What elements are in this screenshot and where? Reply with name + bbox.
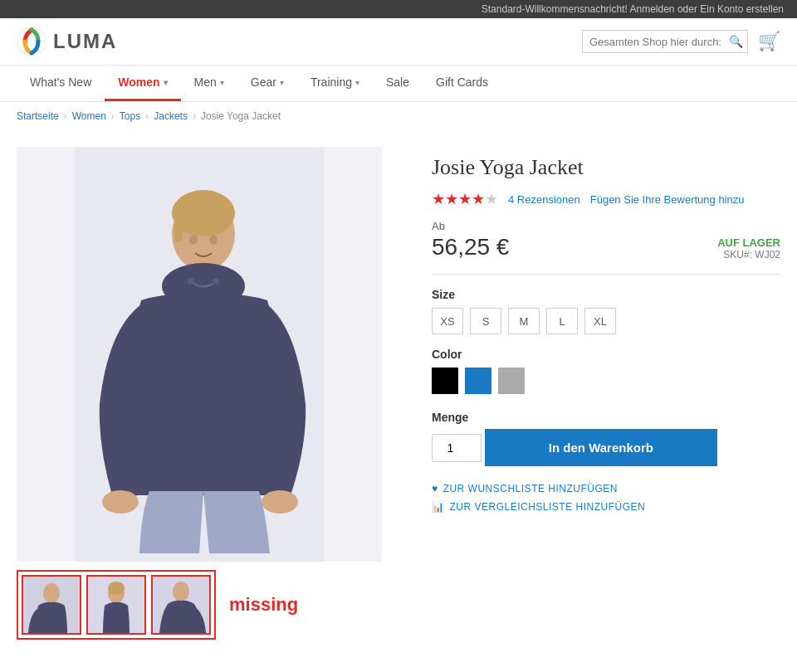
svg-point-10 bbox=[189, 235, 198, 245]
wishlist-label: ZUR WUNSCHLISTE HINZUFÜGEN bbox=[443, 483, 618, 494]
nav-sale[interactable]: Sale bbox=[373, 66, 423, 101]
thumbnail-2[interactable] bbox=[86, 575, 146, 635]
breadcrumb-home[interactable]: Startseite bbox=[17, 110, 59, 122]
size-m[interactable]: M bbox=[508, 308, 540, 334]
compare-label: ZUR VERGLEICHSLISTE HINZUFÜGEN bbox=[450, 501, 646, 513]
svg-point-8 bbox=[102, 490, 139, 514]
svg-point-9 bbox=[262, 490, 298, 514]
stock-info: AUF LAGER SKU#: WJ02 bbox=[717, 236, 780, 261]
svg-point-20 bbox=[173, 582, 189, 601]
chevron-down-icon: ▾ bbox=[220, 78, 224, 87]
thumbnail-3[interactable] bbox=[151, 575, 211, 635]
star-1: ★ bbox=[432, 190, 445, 208]
nav-gift-cards[interactable]: Gift Cards bbox=[423, 66, 501, 101]
search-icon[interactable]: 🔍 bbox=[729, 35, 743, 48]
product-images: missing bbox=[17, 147, 398, 640]
breadcrumb-jackets[interactable]: Jackets bbox=[154, 110, 188, 122]
quantity-input[interactable] bbox=[432, 434, 482, 462]
logo-icon bbox=[17, 27, 46, 56]
chevron-down-icon: ▾ bbox=[355, 78, 359, 87]
sku-label: SKU#: bbox=[723, 249, 752, 261]
add-to-compare-link[interactable]: 📊 ZUR VERGLEICHSLISTE HINZUFÜGEN bbox=[432, 501, 780, 513]
add-to-cart-button[interactable]: In den Warenkorb bbox=[485, 429, 717, 466]
product-image-svg bbox=[75, 147, 324, 562]
add-to-wishlist-link[interactable]: ♥ ZUR WUNSCHLISTE HINZUFÜGEN bbox=[432, 483, 780, 494]
breadcrumb-tops[interactable]: Tops bbox=[120, 110, 140, 122]
svg-point-12 bbox=[188, 278, 194, 285]
star-rating: ★ ★ ★ ★ ★ bbox=[432, 190, 498, 208]
size-xs[interactable]: XS bbox=[432, 308, 463, 334]
extra-actions: ♥ ZUR WUNSCHLISTE HINZUFÜGEN 📊 ZUR VERGL… bbox=[432, 483, 780, 513]
color-label: Color bbox=[432, 348, 780, 361]
product-title: Josie Yoga Jacket bbox=[432, 155, 780, 180]
product-price: 56,25 € bbox=[432, 234, 509, 261]
compare-icon: 📊 bbox=[432, 501, 445, 513]
nav-training[interactable]: Training ▾ bbox=[297, 66, 373, 101]
logo-text: LUMA bbox=[53, 30, 117, 53]
svg-point-15 bbox=[43, 583, 60, 603]
size-xl[interactable]: XL bbox=[584, 308, 616, 334]
in-stock-badge: AUF LAGER bbox=[717, 236, 780, 249]
size-options: XS S M L XL bbox=[432, 308, 780, 334]
chevron-down-icon: ▾ bbox=[280, 78, 284, 87]
breadcrumb-sep: › bbox=[111, 110, 115, 122]
price-section: Ab 56,25 € bbox=[432, 220, 509, 261]
nav-men[interactable]: Men ▾ bbox=[181, 66, 237, 101]
svg-rect-5 bbox=[214, 209, 222, 234]
color-blue[interactable] bbox=[465, 368, 491, 394]
nav-whats-new[interactable]: What's New bbox=[17, 66, 105, 101]
create-account-link[interactable]: Ein Konto erstellen bbox=[700, 3, 784, 15]
search-input[interactable] bbox=[589, 36, 729, 48]
divider bbox=[432, 274, 780, 275]
size-s[interactable]: S bbox=[470, 308, 501, 334]
size-label: Size bbox=[432, 288, 780, 301]
star-2: ★ bbox=[445, 190, 458, 208]
missing-label: missing bbox=[229, 594, 298, 616]
nav-women[interactable]: Women ▾ bbox=[105, 66, 180, 101]
star-4: ★ bbox=[472, 190, 485, 208]
price-row: Ab 56,25 € AUF LAGER SKU#: WJ02 bbox=[432, 220, 780, 261]
price-label: Ab bbox=[432, 220, 509, 232]
sku-value: WJ02 bbox=[755, 249, 780, 261]
product-info: Josie Yoga Jacket ★ ★ ★ ★ ★ 4 Rezensione… bbox=[432, 147, 780, 640]
login-link[interactable]: Anmelden bbox=[630, 3, 675, 15]
or-text: oder bbox=[677, 3, 697, 15]
color-gray[interactable] bbox=[498, 368, 525, 394]
heart-icon: ♥ bbox=[432, 483, 438, 494]
rating-row: ★ ★ ★ ★ ★ 4 Rezensionen Fügen Sie Ihre B… bbox=[432, 190, 780, 208]
size-l[interactable]: L bbox=[546, 308, 578, 334]
search-box[interactable]: 🔍 bbox=[582, 30, 748, 53]
breadcrumb-sep: › bbox=[193, 110, 196, 122]
top-bar: Standard-Willkommensnachricht! Anmelden … bbox=[0, 0, 797, 18]
breadcrumb-current: Josie Yoga Jacket bbox=[201, 110, 281, 122]
welcome-message: Standard-Willkommensnachricht! bbox=[482, 3, 628, 15]
svg-point-11 bbox=[209, 235, 218, 245]
breadcrumb-sep: › bbox=[64, 110, 67, 122]
thumbnail-1[interactable] bbox=[22, 575, 81, 635]
breadcrumb-women[interactable]: Women bbox=[72, 110, 106, 122]
add-review-link[interactable]: Fügen Sie Ihre Bewertung hinzu bbox=[590, 193, 745, 206]
cart-icon[interactable]: 🛒 bbox=[758, 31, 780, 52]
menge-label: Menge bbox=[432, 411, 780, 424]
color-options bbox=[432, 368, 780, 394]
svg-point-13 bbox=[213, 278, 219, 285]
star-3: ★ bbox=[458, 190, 472, 208]
main-nav: What's New Women ▾ Men ▾ Gear ▾ Training… bbox=[0, 66, 797, 102]
nav-gear[interactable]: Gear ▾ bbox=[237, 66, 297, 101]
header-right: 🔍 🛒 bbox=[582, 30, 780, 53]
sku-info: SKU#: WJ02 bbox=[717, 249, 780, 261]
main-content: missing Josie Yoga Jacket ★ ★ ★ ★ ★ 4 Re… bbox=[0, 130, 797, 656]
reviews-count[interactable]: 4 Rezensionen bbox=[508, 193, 580, 206]
star-5: ★ bbox=[485, 190, 498, 208]
breadcrumb: Startseite › Women › Tops › Jackets › Jo… bbox=[0, 102, 797, 130]
main-product-image[interactable] bbox=[17, 147, 382, 562]
logo[interactable]: LUMA bbox=[17, 27, 117, 56]
header: LUMA 🔍 🛒 bbox=[0, 18, 797, 66]
breadcrumb-sep: › bbox=[145, 110, 149, 122]
chevron-down-icon: ▾ bbox=[164, 78, 168, 87]
svg-rect-4 bbox=[174, 209, 183, 242]
color-black[interactable] bbox=[432, 368, 458, 394]
svg-point-18 bbox=[108, 582, 125, 595]
